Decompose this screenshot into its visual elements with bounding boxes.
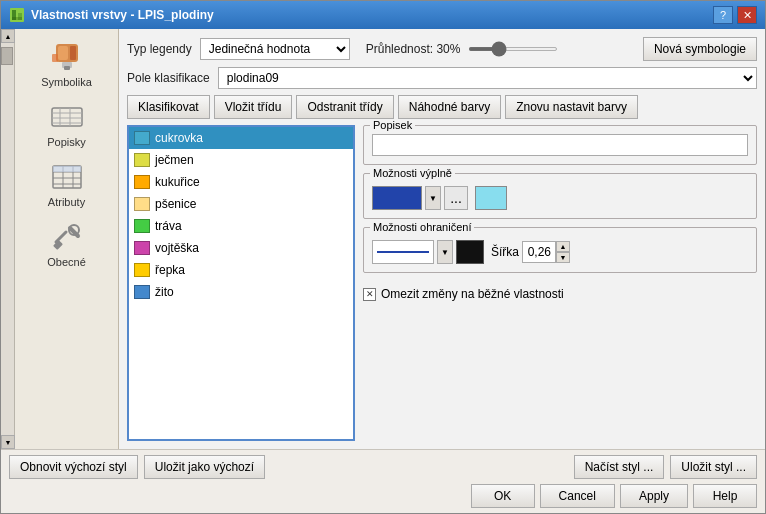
label-trava: tráva [155, 219, 182, 233]
swatch-kukurice [134, 175, 150, 189]
class-item-jecmen[interactable]: ječmen [129, 149, 353, 171]
transparency-slider[interactable] [468, 47, 558, 51]
sidebar-symbolika-label: Symbolika [41, 76, 92, 88]
label-repka: řepka [155, 263, 185, 277]
ohraniceni-legend: Možnosti ohraničení [370, 221, 474, 233]
omezit-checkbox[interactable]: ✕ [363, 288, 376, 301]
label-cukrovka: cukrovka [155, 131, 203, 145]
label-psenice: pšenice [155, 197, 196, 211]
class-item-cukrovka[interactable]: cukrovka [129, 127, 353, 149]
sidebar-item-obecne[interactable]: Obecné [23, 215, 111, 273]
class-item-trava[interactable]: tráva [129, 215, 353, 237]
svg-rect-3 [12, 17, 22, 20]
random-colors-btn[interactable]: Náhodné barvy [398, 95, 501, 119]
app-icon [9, 7, 25, 23]
ok-btn[interactable]: OK [471, 484, 535, 508]
cancel-btn[interactable]: Cancel [540, 484, 615, 508]
scroll-track [1, 43, 14, 435]
toolbar-row: Klasifikovat Vložit třídu Odstranit tříd… [127, 95, 757, 119]
class-list: cukrovka ječmen kukuřice pšenice [127, 125, 355, 441]
label-jecmen: ječmen [155, 153, 194, 167]
popisek-group: Popisek [363, 125, 757, 165]
vplne-group: Možnosti výplně ▼ ... [363, 173, 757, 219]
nacist-styl-btn[interactable]: Načíst styl ... [574, 455, 665, 479]
vplne-legend: Možnosti výplně [370, 167, 455, 179]
help-btn[interactable]: Help [693, 484, 757, 508]
class-item-kukurice[interactable]: kukuřice [129, 171, 353, 193]
border-line-inner [377, 251, 429, 253]
ulozit-styl-btn[interactable]: Uložit styl ... [670, 455, 757, 479]
new-symbology-btn[interactable]: Nová symbologie [643, 37, 757, 61]
svg-line-24 [56, 232, 66, 242]
sirka-spin-dn[interactable]: ▼ [556, 252, 570, 263]
legend-type-select[interactable]: Jedinečná hodnota [200, 38, 350, 60]
border-color-btn[interactable] [456, 240, 484, 264]
title-bar: Vlastnosti vrstvy - LPIS_plodiny ? ✕ [1, 1, 765, 29]
main-window: Vlastnosti vrstvy - LPIS_plodiny ? ✕ ▲ ▼ [0, 0, 766, 514]
transparency-label: Průhlednost: 30% [366, 42, 461, 56]
class-item-vojtjeska[interactable]: vojtěška [129, 237, 353, 259]
class-field-label: Pole klasifikace [127, 71, 210, 85]
border-line-btn[interactable] [372, 240, 434, 264]
classify-btn[interactable]: Klasifikovat [127, 95, 210, 119]
svg-rect-22 [53, 166, 81, 172]
omezit-label: Omezit změny na běžné vlastnosti [381, 287, 564, 301]
sidebar-item-popisky[interactable]: Popisky [23, 95, 111, 153]
sirka-spin-group: ▲ ▼ [522, 241, 570, 263]
sirka-input[interactable] [522, 241, 556, 263]
fill-color-btn[interactable] [372, 186, 422, 210]
sidebar-obecne-label: Obecné [47, 256, 86, 268]
sidebar-item-atributy[interactable]: Atributy [23, 155, 111, 213]
border-line-dd-btn[interactable]: ▼ [437, 240, 453, 264]
scroll-up-btn[interactable]: ▲ [1, 29, 15, 43]
class-item-zito[interactable]: žito [129, 281, 353, 303]
top-controls-row: Typ legendy Jedinečná hodnota Průhlednos… [127, 37, 757, 61]
vplne-row: ▼ ... [372, 186, 748, 210]
swatch-psenice [134, 197, 150, 211]
footer-row2: OK Cancel Apply Help [9, 484, 757, 508]
swatch-jecmen [134, 153, 150, 167]
left-nav-scroll: ▲ ▼ [1, 29, 15, 449]
class-field-select[interactable]: plodina09 [218, 67, 757, 89]
ulozit-vychozi-btn[interactable]: Uložit jako výchozí [144, 455, 265, 479]
tag-icon [48, 100, 86, 134]
fill-color2-btn[interactable] [475, 186, 507, 210]
close-title-btn[interactable]: ✕ [737, 6, 757, 24]
apply-btn[interactable]: Apply [620, 484, 688, 508]
help-title-btn[interactable]: ? [713, 6, 733, 24]
add-class-btn[interactable]: Vložit třídu [214, 95, 293, 119]
wrench-icon [48, 220, 86, 254]
reset-colors-btn[interactable]: Znovu nastavit barvy [505, 95, 638, 119]
legend-type-label: Typ legendy [127, 42, 192, 56]
left-nav-items: Symbolika Popisky [15, 29, 118, 449]
omezit-row: ✕ Omezit změny na běžné vlastnosti [363, 287, 757, 301]
title-text: Vlastnosti vrstvy - LPIS_plodiny [31, 8, 214, 22]
scroll-down-btn[interactable]: ▼ [1, 435, 15, 449]
title-bar-left: Vlastnosti vrstvy - LPIS_plodiny [9, 7, 214, 23]
sirka-spin-up[interactable]: ▲ [556, 241, 570, 252]
swatch-zito [134, 285, 150, 299]
ohraniceni-group: Možnosti ohraničení ▼ Šířka ▲ [363, 227, 757, 273]
scroll-thumb [1, 47, 13, 65]
fill-color-dd-btn[interactable]: ▼ [425, 186, 441, 210]
left-nav: ▲ ▼ Symbolika [1, 29, 119, 449]
popisek-legend: Popisek [370, 119, 415, 131]
popisek-input[interactable] [372, 134, 748, 156]
sidebar-item-symbolika[interactable]: Symbolika [23, 35, 111, 93]
class-item-repka[interactable]: řepka [129, 259, 353, 281]
svg-rect-5 [58, 46, 68, 60]
fill-options-btn[interactable]: ... [444, 186, 468, 210]
label-kukurice: kukuřice [155, 175, 200, 189]
remove-classes-btn[interactable]: Odstranit třídy [296, 95, 393, 119]
content-row: ▲ ▼ Symbolika [1, 29, 765, 449]
footer-row1: Obnovit výchozí styl Uložit jako výchozí… [9, 455, 757, 479]
svg-rect-26 [53, 240, 63, 250]
sidebar-atributy-label: Atributy [48, 196, 85, 208]
swatch-cukrovka [134, 131, 150, 145]
swatch-repka [134, 263, 150, 277]
svg-rect-9 [52, 54, 58, 62]
class-item-psenice[interactable]: pšenice [129, 193, 353, 215]
obnovit-btn[interactable]: Obnovit výchozí styl [9, 455, 138, 479]
brush-icon [48, 40, 86, 74]
right-config: Popisek Možnosti výplně ▼ ... [363, 125, 757, 441]
